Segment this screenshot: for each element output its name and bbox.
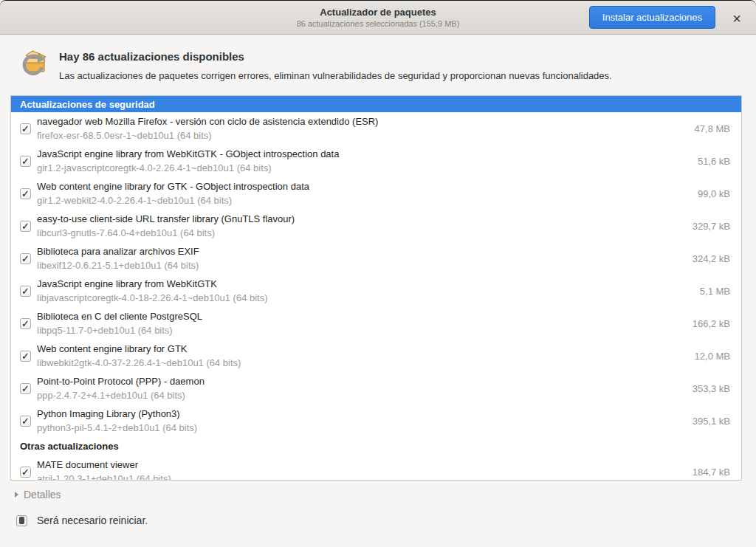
package-version: python3-pil-5.4.1-2+deb10u1 (64 bits)	[37, 421, 684, 435]
package-text: Biblioteca para analizar archivos EXIFli…	[37, 244, 684, 272]
package-text: Web content engine library for GTK - GOb…	[37, 179, 689, 207]
package-text: Python Imaging Library (Python3)python3-…	[37, 407, 684, 435]
updates-available-heading: Hay 86 actualizaciones disponibles	[59, 50, 244, 63]
package-text: Web content engine library for GTKlibweb…	[37, 342, 686, 370]
software-update-icon	[17, 47, 50, 80]
package-row[interactable]: ✓JavaScript engine library from WebKitGT…	[11, 275, 741, 307]
package-title: Web content engine library for GTK	[37, 342, 686, 356]
headerbar: Actualizador de paquetes 86 actualizacio…	[0, 1, 756, 35]
package-version: gir1.2-javascriptcoregtk-4.0-2.26.4-1~de…	[37, 161, 689, 175]
package-text: JavaScript engine library from WebKitGTK…	[37, 147, 689, 175]
package-row[interactable]: ✓Biblioteca para analizar archivos EXIFl…	[11, 242, 741, 275]
package-size: 99,0 kB	[698, 188, 730, 199]
package-version: libjavascriptcoregtk-4.0-18-2.26.4-1~deb…	[37, 291, 691, 305]
install-updates-button[interactable]: Instalar actualizaciones	[589, 6, 715, 29]
package-text: navegador web Mozilla Firefox - versión …	[37, 114, 686, 142]
package-title: easy-to-use client-side URL transfer lib…	[37, 212, 684, 226]
package-text: Point-to-Point Protocol (PPP) - daemonpp…	[37, 374, 684, 402]
package-row[interactable]: ✓JavaScript engine library from WebKitGT…	[11, 145, 741, 177]
package-title: Web content engine library for GTK - GOb…	[37, 179, 689, 193]
package-version: libexif12-0.6.21-5.1+deb10u1 (64 bits)	[37, 258, 684, 272]
package-title: Biblioteca en C del cliente PostgreSQL	[37, 309, 684, 323]
package-version: gir1.2-webkit2-4.0-2.26.4-1~deb10u1 (64 …	[37, 193, 689, 207]
package-size: 184,7 kB	[693, 467, 730, 478]
package-row[interactable]: ✓Web content engine library for GTKlibwe…	[11, 340, 741, 372]
package-title: Python Imaging Library (Python3)	[37, 407, 684, 421]
package-size: 51,6 kB	[698, 156, 730, 167]
restart-notice-row: Será necesario reiniciar.	[16, 515, 148, 526]
package-size: 47,8 MB	[695, 123, 730, 134]
package-list[interactable]: Actualizaciones de seguridad✓navegador w…	[10, 95, 742, 481]
package-checkbox[interactable]: ✓	[20, 467, 31, 478]
package-size: 353,3 kB	[693, 383, 730, 394]
package-version: ppp-2.4.7-2+4.1+deb10u1 (64 bits)	[37, 388, 684, 402]
package-version: firefox-esr-68.5.0esr-1~deb10u1 (64 bits…	[37, 128, 686, 142]
restart-notice-text: Será necesario reiniciar.	[37, 515, 148, 526]
section-header-plain: Otras actualizaciones	[11, 437, 741, 455]
package-size: 329,7 kB	[693, 221, 730, 232]
expander-triangle-icon	[15, 492, 18, 498]
package-title: JavaScript engine library from WebKitGTK	[37, 277, 691, 291]
package-version: libwebkit2gtk-4.0-37-2.26.4-1~deb10u1 (6…	[37, 356, 686, 370]
section-header-security: Actualizaciones de seguridad	[11, 96, 741, 112]
package-checkbox[interactable]: ✓	[20, 123, 31, 134]
package-title: Point-to-Point Protocol (PPP) - daemon	[37, 374, 684, 388]
package-version: atril-1.20.3-1+deb10u1 (64 bits)	[37, 472, 684, 481]
restart-icon	[16, 515, 27, 526]
package-text: JavaScript engine library from WebKitGTK…	[37, 277, 691, 305]
package-updater-window: Actualizador de paquetes 86 actualizacio…	[0, 0, 756, 547]
package-title: JavaScript engine library from WebKitGTK…	[37, 147, 689, 161]
package-row[interactable]: ✓Python Imaging Library (Python3)python3…	[11, 405, 741, 437]
package-title: MATE document viewer	[37, 458, 684, 472]
package-checkbox[interactable]: ✓	[20, 253, 31, 264]
package-checkbox[interactable]: ✓	[20, 416, 31, 427]
package-row[interactable]: ✓Biblioteca en C del cliente PostgreSQLl…	[11, 307, 741, 340]
package-size: 5,1 MB	[700, 286, 730, 297]
updates-description: Las actualizaciones de paquetes corrigen…	[59, 70, 612, 81]
package-checkbox[interactable]: ✓	[20, 286, 31, 297]
package-size: 395,1 kB	[693, 416, 730, 427]
details-expander[interactable]: Detalles	[15, 489, 61, 500]
package-title: Biblioteca para analizar archivos EXIF	[37, 244, 684, 258]
package-text: Biblioteca en C del cliente PostgreSQLli…	[37, 309, 684, 337]
package-row[interactable]: ✓easy-to-use client-side URL transfer li…	[11, 210, 741, 242]
package-checkbox[interactable]: ✓	[20, 221, 31, 232]
package-row[interactable]: ✓MATE document vieweratril-1.20.3-1+deb1…	[11, 455, 741, 481]
package-checkbox[interactable]: ✓	[20, 318, 31, 329]
package-checkbox[interactable]: ✓	[20, 188, 31, 199]
package-text: MATE document vieweratril-1.20.3-1+deb10…	[37, 458, 684, 481]
package-checkbox[interactable]: ✓	[20, 351, 31, 362]
close-icon[interactable]: ×	[727, 9, 746, 28]
package-row[interactable]: ✓navegador web Mozilla Firefox - versión…	[11, 112, 741, 145]
package-checkbox[interactable]: ✓	[20, 156, 31, 167]
package-size: 12,0 MB	[695, 351, 730, 362]
package-text: easy-to-use client-side URL transfer lib…	[37, 212, 684, 240]
package-version: libpq5-11.7-0+deb10u1 (64 bits)	[37, 323, 684, 337]
package-row[interactable]: ✓Point-to-Point Protocol (PPP) - daemonp…	[11, 372, 741, 405]
package-version: libcurl3-gnutls-7.64.0-4+deb10u1 (64 bit…	[37, 226, 684, 240]
package-title: navegador web Mozilla Firefox - versión …	[37, 114, 686, 128]
package-size: 324,2 kB	[693, 253, 730, 264]
package-row[interactable]: ✓Web content engine library for GTK - GO…	[11, 177, 741, 210]
package-size: 166,2 kB	[693, 318, 730, 329]
package-checkbox[interactable]: ✓	[20, 383, 31, 394]
details-label: Detalles	[24, 489, 61, 500]
